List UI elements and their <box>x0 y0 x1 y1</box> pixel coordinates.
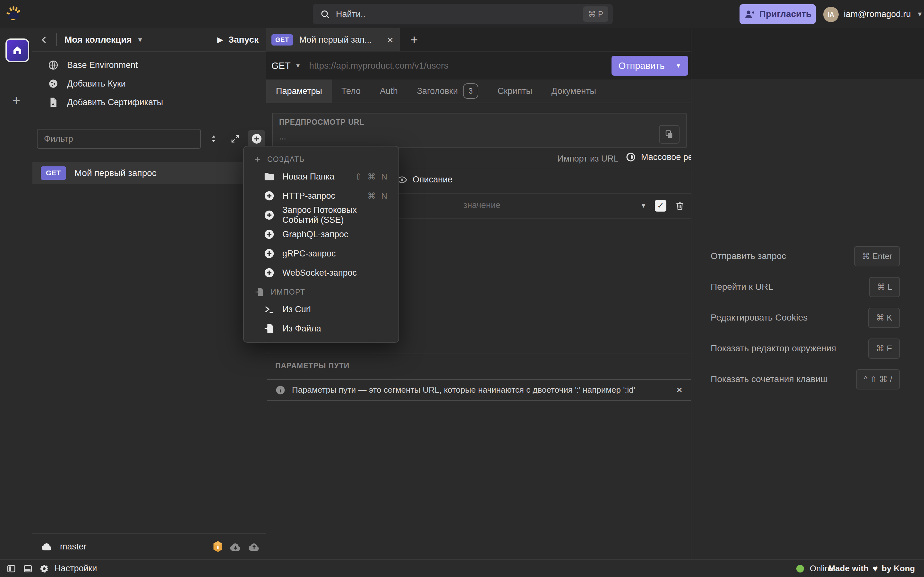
info-text: Параметры пути — это сегменты URL, котор… <box>292 385 635 395</box>
menu-item-new-folder[interactable]: Новая Папка ⇧ ⌘ N <box>244 167 399 186</box>
env-item-label: Добавить Куки <box>67 79 126 89</box>
home-button[interactable] <box>5 39 29 62</box>
shortcut-row: Показать сочетания клавиш ^ ⇧ ⌘ / <box>711 364 900 395</box>
url-input[interactable] <box>309 60 606 71</box>
sidebar-item-cookies[interactable]: Добавить Куки <box>32 74 266 93</box>
chevron-down-icon[interactable]: ▼ <box>137 36 144 44</box>
run-collection-button[interactable]: ▶ Запуск <box>217 35 258 45</box>
new-tab-button[interactable]: + <box>400 28 429 51</box>
tab-headers[interactable]: Заголовки 3 <box>407 79 488 103</box>
menu-item-websocket-request[interactable]: WebSocket-запрос <box>244 263 399 282</box>
send-label: Отправить <box>619 61 665 71</box>
account-email: iam@romagod.ru <box>844 9 911 19</box>
file-import-icon <box>264 323 275 334</box>
account-menu[interactable]: iam@romagod.ru ▼ <box>844 0 923 28</box>
settings-button[interactable]: Настройки <box>39 560 97 577</box>
row-options-icon[interactable]: ▼ <box>640 202 646 210</box>
menu-item-http-request[interactable]: HTTP-запрос ⌘ N <box>244 186 399 205</box>
terminal-icon <box>264 304 275 315</box>
insomnia-sync-icon[interactable] <box>212 540 223 553</box>
close-icon[interactable]: × <box>387 34 393 45</box>
import-from-url-button[interactable]: Импорт из URL <box>557 154 619 164</box>
shortcut-row: Отправить запрос ⌘ Enter <box>711 241 900 271</box>
shortcut-row: Перейти к URL ⌘ L <box>711 271 900 302</box>
method-selector[interactable]: GET <box>271 61 291 71</box>
sidebar-item-certificates[interactable]: Добавить Сертификаты <box>32 93 266 111</box>
collection-name[interactable]: Моя коллекция <box>65 35 132 45</box>
top-bar: ⌘ P Пригласить IA iam@romagod.ru ▼ <box>0 0 924 29</box>
run-label: Запуск <box>228 35 259 45</box>
env-item-label: Base Environment <box>67 60 138 70</box>
search-input[interactable] <box>335 9 578 19</box>
copy-url-button[interactable] <box>659 125 680 143</box>
tab-auth[interactable]: Auth <box>370 79 407 103</box>
chevron-down-icon: ▼ <box>917 11 923 18</box>
new-project-button[interactable]: + <box>0 92 32 108</box>
send-options-icon[interactable]: ▼ <box>675 63 681 69</box>
avatar[interactable]: IA <box>823 7 838 22</box>
toggle-sidebar-icon[interactable] <box>6 564 16 574</box>
insomnia-app: ⌘ P Пригласить IA iam@romagod.ru ▼ + <box>0 0 924 577</box>
invite-button[interactable]: Пригласить <box>740 4 816 24</box>
back-button[interactable] <box>39 35 50 45</box>
shortcut-label: Отправить запрос <box>711 251 786 261</box>
tab-scripts[interactable]: Скрипты <box>488 79 542 103</box>
description-toggle[interactable]: Описание <box>397 175 452 185</box>
shortcut-label: Редактировать Cookies <box>711 313 808 323</box>
global-search[interactable]: ⌘ P <box>313 4 613 24</box>
chevron-down-icon[interactable]: ▼ <box>295 63 301 69</box>
headers-count-badge: 3 <box>463 83 478 99</box>
info-icon <box>275 385 286 395</box>
menu-item-sse-request[interactable]: Запрос Потоковых Событий (SSE) <box>244 205 399 225</box>
shortcut-label: Перейти к URL <box>711 282 773 292</box>
plus-circle-icon <box>264 248 275 259</box>
shortcut-keys: ⌘ E <box>868 338 900 359</box>
toggle-bottom-panel-icon[interactable] <box>23 564 33 574</box>
cloud-pull-icon[interactable] <box>229 541 242 552</box>
plus-circle-icon <box>264 190 275 201</box>
tab-params[interactable]: Параметры <box>266 79 332 103</box>
menu-item-import-file[interactable]: Из Файла <box>244 319 399 338</box>
shortcut-label: Показать сочетания клавиш <box>711 374 828 384</box>
create-request-button[interactable] <box>248 130 265 147</box>
heart-icon: ♥ <box>872 564 878 574</box>
branch-name[interactable]: master <box>60 542 87 552</box>
menu-item-grpc-request[interactable]: gRPC-запрос <box>244 244 399 263</box>
create-dropdown-menu: + СОЗДАТЬ Новая Папка ⇧ ⌘ N HTTP-запрос … <box>243 146 399 343</box>
sidebar-item-base-environment[interactable]: Base Environment <box>32 56 266 74</box>
menu-item-import-curl[interactable]: Из Curl <box>244 300 399 319</box>
sort-icon[interactable] <box>205 130 222 147</box>
method-badge: GET <box>41 166 66 180</box>
request-list-item[interactable]: GET Мой первый запрос <box>32 162 266 184</box>
expand-icon[interactable] <box>227 130 244 147</box>
shortcut-keys: ⌘ L <box>869 277 900 297</box>
request-tab[interactable]: GET Мой первый зап... × <box>266 28 400 51</box>
certificate-icon <box>48 97 59 108</box>
cookie-icon <box>48 78 59 89</box>
sidebar: Моя коллекция ▼ ▶ Запуск Base Environmen… <box>32 28 266 559</box>
menu-item-graphql-request[interactable]: GraphQL-запрос <box>244 225 399 244</box>
filter-input[interactable] <box>37 129 201 149</box>
value-placeholder[interactable]: значение <box>463 200 501 210</box>
url-bar: GET ▼ Отправить ▼ <box>266 51 691 79</box>
status-bar: Настройки Online Made with ♥ by Kong <box>0 559 924 577</box>
cloud-push-icon[interactable] <box>248 541 260 552</box>
plus-circle-icon <box>264 268 275 278</box>
settings-label: Настройки <box>55 564 97 574</box>
tab-docs[interactable]: Документы <box>542 79 606 103</box>
sidebar-filter-row <box>32 126 266 151</box>
plus-circle-icon <box>264 210 275 221</box>
url-preview-value: ... <box>279 132 680 142</box>
tab-body[interactable]: Тело <box>332 79 370 103</box>
path-params-info-banner: Параметры пути — это сегменты URL, котор… <box>267 379 691 401</box>
trash-icon[interactable] <box>675 201 685 211</box>
url-preview-panel: ПРЕДПРОСМОТР URL ... <box>272 113 687 148</box>
file-import-icon <box>255 287 264 297</box>
divider <box>56 33 57 46</box>
param-enabled-checkbox[interactable]: ✓ <box>655 200 666 211</box>
method-badge: GET <box>271 34 293 45</box>
close-icon[interactable]: × <box>676 384 682 396</box>
send-button[interactable]: Отправить ▼ <box>612 56 688 76</box>
environment-list: Base Environment Добавить Куки <box>32 56 266 111</box>
shortcut-hint: ⇧ ⌘ N <box>355 172 389 182</box>
